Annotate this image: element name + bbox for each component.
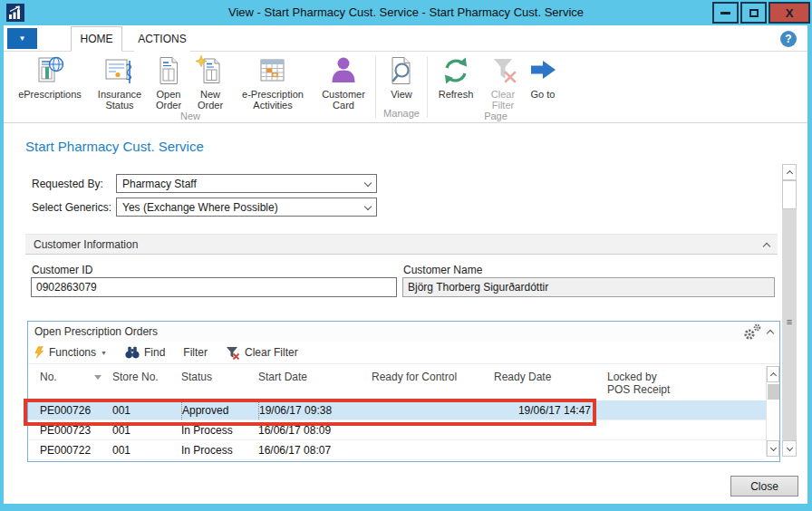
open-prescription-orders-header[interactable]: Open Prescription Orders <box>28 322 779 342</box>
column-header-status[interactable]: Status <box>181 371 258 383</box>
customer-name-input[interactable]: Björg Thorberg Sigurðardóttir <box>402 277 775 297</box>
ribbon-group-label-new: New <box>8 111 372 125</box>
table-row[interactable]: PE000726 001 Approved 19/06/17 09:38 19/… <box>28 400 766 420</box>
page-title: Start Pharmacy Cust. Service <box>25 139 204 154</box>
orders-toolbar: Functions ▼ Find Filter <box>28 342 779 364</box>
scroll-down-button[interactable] <box>782 440 797 457</box>
caret-down-icon: ▼ <box>101 350 107 356</box>
new-order-icon <box>195 55 226 86</box>
requested-by-select[interactable]: Pharmacy Staff <box>116 174 377 193</box>
cell-ready-date: 19/06/17 14:47 <box>494 404 607 417</box>
chevron-up-icon <box>769 372 776 379</box>
close-window-button[interactable]: X <box>768 2 810 24</box>
eprescription-activities-button[interactable]: e-Prescription Activities <box>231 55 314 111</box>
insurance-status-icon <box>104 55 135 86</box>
eprescriptions-icon <box>34 55 65 86</box>
close-icon: X <box>786 6 794 20</box>
table-row[interactable]: PE000722 001 In Process 16/06/17 08:07 <box>28 440 766 460</box>
cell-start-date: 16/06/17 08:07 <box>258 444 372 457</box>
open-order-icon <box>153 55 184 86</box>
tab-home[interactable]: HOME <box>71 26 122 52</box>
clear-filter-ribbon-button[interactable]: Clear Filter <box>481 55 525 111</box>
insurance-status-button[interactable]: Insurance Status <box>92 55 148 111</box>
clear-filter-icon <box>226 346 240 360</box>
binoculars-icon <box>125 346 140 359</box>
page-scrollbar: ≡ <box>782 164 797 457</box>
orders-table-scrollbar <box>766 366 779 457</box>
scrollbar-thumb[interactable] <box>782 180 797 209</box>
column-header-ready-date[interactable]: Ready Date <box>494 371 607 383</box>
application-window: View - Start Pharmacy Cust. Service - St… <box>0 0 812 511</box>
functions-menu-button[interactable]: Functions ▼ <box>34 346 107 359</box>
scroll-up-button[interactable] <box>767 366 779 382</box>
close-button[interactable]: Close <box>730 476 798 497</box>
cell-status: In Process <box>181 444 258 457</box>
cell-store-no: 001 <box>112 404 181 417</box>
column-header-no[interactable]: No. <box>28 371 112 383</box>
view-icon <box>386 55 417 86</box>
ribbon-group-new: ePrescriptions Insurance Status <box>8 52 372 122</box>
open-prescription-orders-panel: Open Prescription Orders Functions ▼ <box>27 321 780 462</box>
customer-card-icon <box>328 55 359 86</box>
chevron-down-icon <box>786 444 792 450</box>
customer-name-label: Customer Name <box>403 264 482 276</box>
caret-down-icon: ▼ <box>19 34 26 43</box>
requested-by-label: Requested By: <box>32 178 103 190</box>
cell-status: In Process <box>181 424 258 437</box>
column-header-ready-for-control[interactable]: Ready for Control <box>372 371 494 383</box>
select-generics-label: Select Generics: <box>32 201 111 214</box>
customer-id-input[interactable]: 0902863079 <box>31 277 397 297</box>
table-row[interactable]: PE000723 001 In Process 16/06/17 08:09 <box>28 420 766 440</box>
refresh-icon <box>440 55 471 86</box>
chevron-down-icon <box>364 202 372 209</box>
scrollbar-thumb[interactable] <box>768 384 779 400</box>
find-button[interactable]: Find <box>125 346 165 359</box>
scroll-down-button[interactable] <box>767 440 779 457</box>
collapse-icon <box>763 242 770 249</box>
refresh-button[interactable]: Refresh <box>430 55 481 100</box>
lightning-icon <box>34 346 44 359</box>
collapse-icon <box>767 330 774 337</box>
minimize-button[interactable] <box>712 2 739 24</box>
settings-gears-icon[interactable] <box>742 323 762 340</box>
cell-no: PE000722 <box>28 444 112 457</box>
customer-id-label: Customer ID <box>32 264 92 276</box>
cell-no: PE000723 <box>28 424 112 437</box>
cell-store-no: 001 <box>112 444 181 457</box>
chevron-up-icon <box>786 170 792 177</box>
chevron-down-icon <box>364 178 372 186</box>
chevron-down-icon <box>769 444 776 450</box>
tab-actions[interactable]: ACTIONS <box>134 26 190 52</box>
app-menu-button[interactable]: ▼ <box>7 28 37 49</box>
new-order-button[interactable]: New Order <box>189 55 231 111</box>
view-button[interactable]: View <box>379 55 424 100</box>
clear-filter-button[interactable]: Clear Filter <box>226 346 298 360</box>
sort-descending-icon <box>94 375 102 380</box>
column-header-store-no[interactable]: Store No. <box>112 371 181 383</box>
cell-no: PE000726 <box>28 404 112 417</box>
select-generics-select[interactable]: Yes (Exchange Where Possible) <box>116 198 377 217</box>
maximize-icon <box>749 9 759 17</box>
minimize-icon <box>720 12 730 14</box>
go-to-button[interactable]: Go to <box>525 55 561 100</box>
cell-status: Approved <box>181 400 258 419</box>
ribbon-group-page: Refresh Clear Filter Go to Page <box>430 52 561 122</box>
ribbon-divider <box>375 56 376 118</box>
column-header-start-date[interactable]: Start Date <box>258 371 372 383</box>
help-icon[interactable]: ? <box>780 31 797 47</box>
customer-information-header[interactable]: Customer Information <box>25 234 778 255</box>
orders-table-header: No. Store No. Status Start Date Ready fo… <box>28 364 766 400</box>
ribbon-divider <box>427 56 428 118</box>
filter-button[interactable]: Filter <box>183 346 208 359</box>
scroll-up-button[interactable] <box>782 164 797 180</box>
customer-card-button[interactable]: Customer Card <box>314 55 372 111</box>
column-header-locked-by-pos-receipt[interactable]: Locked by POS Receipt <box>607 371 766 396</box>
maximize-button[interactable] <box>740 2 767 24</box>
eprescription-activities-icon <box>257 55 288 86</box>
open-order-button[interactable]: Open Order <box>148 55 189 111</box>
cell-store-no: 001 <box>112 424 181 437</box>
eprescriptions-button[interactable]: ePrescriptions <box>8 55 92 100</box>
go-to-icon <box>527 55 558 86</box>
scrollbar-grip-icon: ≡ <box>782 316 797 327</box>
ribbon-group-manage: View Manage <box>379 52 424 122</box>
